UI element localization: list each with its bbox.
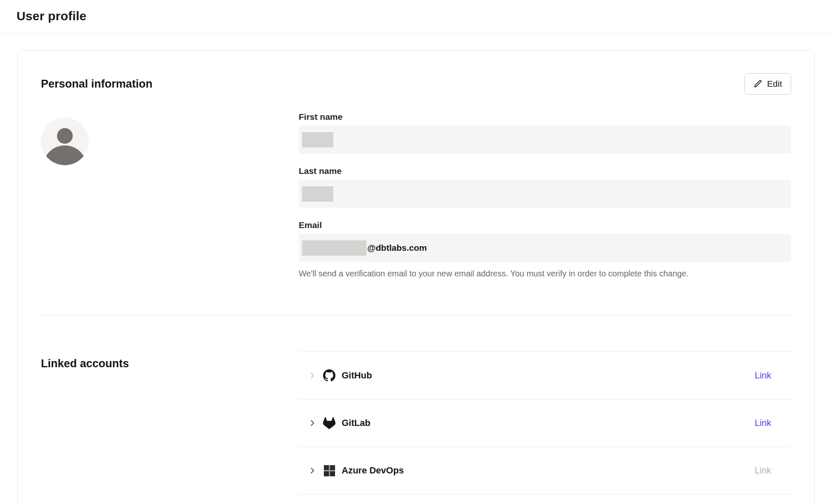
edit-button-label: Edit — [767, 79, 782, 89]
chevron-right-icon[interactable] — [308, 371, 316, 380]
personal-info-body: First name Last name Email @dbtlabs.com … — [41, 112, 791, 279]
link-action[interactable]: Link — [755, 370, 771, 381]
email-helper-text: We'll send a verification email to your … — [299, 268, 791, 279]
linked-accounts-title: Linked accounts — [41, 357, 299, 370]
azure-devops-icon — [323, 464, 335, 477]
avatar-column — [41, 112, 299, 279]
last-name-field-group: Last name — [299, 166, 791, 208]
redacted-email-local-part — [302, 240, 366, 256]
redacted-first-name-value — [302, 132, 333, 147]
fields-column: First name Last name Email @dbtlabs.com … — [299, 112, 791, 279]
last-name-input — [299, 180, 791, 208]
email-field-group: Email @dbtlabs.com We'll send a verifica… — [299, 220, 791, 279]
github-octocat-glyph — [323, 369, 335, 382]
page-title: User profile — [17, 9, 86, 23]
chevron-right-icon[interactable] — [308, 419, 316, 427]
link-action[interactable]: Link — [755, 418, 771, 428]
page-header: User profile — [0, 0, 832, 32]
redacted-last-name-value — [302, 186, 333, 202]
link-action: Link — [755, 465, 771, 476]
profile-card: Personal information Edit First name — [17, 50, 815, 504]
pencil-icon — [754, 79, 763, 88]
email-input: @dbtlabs.com — [299, 234, 791, 262]
first-name-input — [299, 126, 791, 154]
avatar — [41, 117, 89, 165]
account-name-label: Azure DevOps — [342, 465, 404, 476]
microsoft-grid-glyph — [324, 465, 335, 476]
account-row[interactable]: GitLab Link — [299, 399, 791, 447]
gitlab-icon — [323, 417, 335, 429]
linked-accounts-heading-column: Linked accounts — [41, 352, 299, 494]
email-label: Email — [299, 220, 791, 230]
chevron-right-icon[interactable] — [308, 466, 316, 475]
account-row[interactable]: Azure DevOps Link — [299, 447, 791, 494]
account-name-label: GitLab — [342, 418, 371, 428]
first-name-label: First name — [299, 112, 791, 122]
first-name-field-group: First name — [299, 112, 791, 154]
account-row[interactable]: GitHub Link — [299, 352, 791, 399]
section-divider — [41, 315, 791, 316]
edit-button[interactable]: Edit — [744, 73, 791, 95]
personal-info-title: Personal information — [41, 78, 152, 90]
last-name-label: Last name — [299, 166, 791, 176]
account-name-label: GitHub — [342, 370, 372, 381]
email-domain-text: @dbtlabs.com — [367, 243, 427, 253]
linked-accounts-section: Linked accounts GitHub Link GitLab Link … — [41, 352, 791, 494]
linked-accounts-list: GitHub Link GitLab Link Azure DevOps Lin… — [299, 352, 791, 494]
personal-info-header: Personal information Edit — [41, 51, 791, 95]
gitlab-tanuki-glyph — [323, 417, 335, 429]
github-icon — [323, 369, 335, 382]
